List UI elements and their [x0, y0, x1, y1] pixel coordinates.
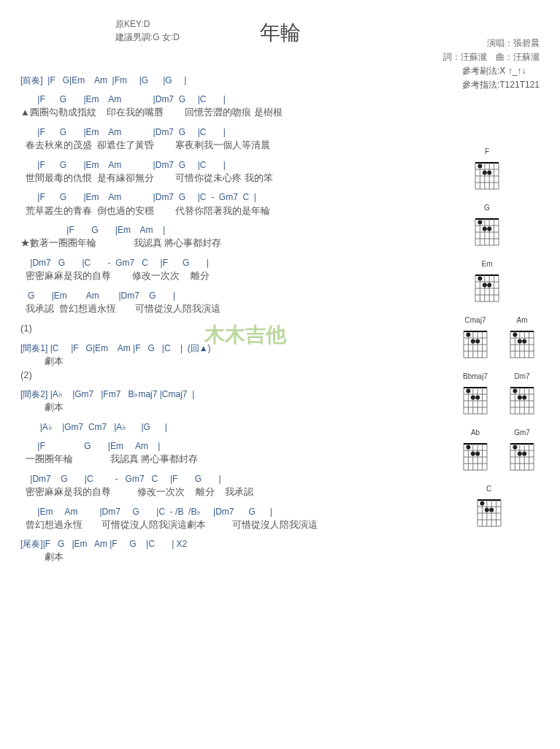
- svg-point-68: [518, 339, 522, 344]
- svg-point-11: [477, 164, 482, 169]
- svg-point-69: [522, 339, 526, 344]
- lyric-line: 曾幻想過永恆 可惜從沒人陪我演這劇本 可惜從沒人陪我演這: [20, 518, 437, 531]
- svg-point-125: [522, 452, 526, 456]
- svg-point-40: [483, 283, 487, 288]
- svg-point-39: [477, 277, 482, 281]
- lyric-line: ▲圓圈勾勒成指紋 印在我的嘴唇 回憶苦澀的吻痕 是樹根: [20, 106, 437, 119]
- chord-line: |F G |Em Am |: [20, 224, 437, 236]
- svg-point-13: [487, 171, 491, 175]
- chord-diagram-em: Em: [471, 260, 503, 306]
- chord-diagram-c: C: [473, 485, 505, 531]
- svg-point-96: [518, 396, 522, 400]
- lyric-line: 世間最毒的仇恨 是有緣卻無分 可惜你從未心疼 我的笨: [20, 172, 437, 185]
- lyric-line: 劇本: [20, 355, 437, 368]
- lyric-line: 我承認 曾幻想過永恆 可惜從沒人陪我演這: [20, 302, 437, 315]
- original-key: 原KEY:D: [115, 18, 180, 31]
- chord-diagram-bbmaj7: Bbmaj7: [459, 372, 491, 418]
- finger-pattern: 參考指法:T121T121: [462, 78, 540, 92]
- svg-point-111: [475, 452, 480, 456]
- chord-diagram-ab: Ab: [459, 429, 491, 475]
- svg-point-41: [487, 283, 491, 288]
- lyric-line: 密密麻麻是我的自尊 修改一次次 離分 我承認: [20, 485, 437, 499]
- chord-line: |F G |Em Am |Dm7 G |C |: [20, 159, 437, 171]
- svg-point-55: [475, 339, 480, 344]
- chord-line: |Dm7 G |C - Gm7 C |F G |: [20, 257, 437, 269]
- svg-point-12: [483, 171, 487, 175]
- svg-point-25: [477, 220, 482, 225]
- suggested-key: 建議男調:G 女:D: [115, 31, 180, 44]
- svg-point-138: [484, 508, 488, 512]
- reference-box: 參考刷法:X ↑_↑↓ 參考指法:T121T121: [462, 64, 540, 92]
- svg-point-27: [487, 227, 491, 231]
- chord-line: G |Em Am |Dm7 G |: [20, 290, 437, 301]
- lyric-line: (2): [20, 369, 437, 382]
- chord-diagrams: F G Em Cmaj7 Am Bbmaj7 Dm7 Ab Gm7 C: [437, 67, 540, 564]
- svg-point-83: [475, 396, 480, 400]
- svg-point-54: [471, 339, 475, 344]
- svg-point-97: [522, 396, 526, 400]
- strum-pattern: 參考刷法:X ↑_↑↓: [462, 64, 540, 78]
- lyricist-composer: 詞：汪蘇瀧 曲：汪蘇瀧: [443, 50, 540, 64]
- lyric-line: 春去秋來的茂盛 卻遮住了黃昏 寒夜剩我一個人等清晨: [20, 139, 437, 152]
- chord-line: |F G |Em Am |Dm7 G |C |: [20, 126, 437, 138]
- svg-point-26: [483, 227, 487, 231]
- svg-point-110: [471, 452, 475, 456]
- chord-line: [間奏2] |A♭ |Gm7 |Fm7 B♭maj7 |Cmaj7 |: [20, 388, 437, 400]
- lyric-line: 劇本: [20, 401, 437, 414]
- lyric-line: ★數著一圈圈年輪 我認真 將心事都封存: [20, 237, 437, 250]
- lyric-line: 荒草叢生的青春 倒也過的安穩 代替你陪著我的是年輪: [20, 204, 437, 218]
- lyric-line: 一圈圈年輪 我認真 將心事都封存: [20, 453, 437, 466]
- chord-diagram-g: G: [471, 204, 503, 250]
- key-info: 原KEY:D 建議男調:G 女:D: [115, 18, 180, 44]
- chord-diagram-f: F: [471, 147, 503, 193]
- svg-point-137: [480, 502, 484, 506]
- sheet-header: 原KEY:D 建議男調:G 女:D 年輪 演唱：張碧晨 詞：汪蘇瀧 曲：汪蘇瀧 …: [20, 18, 540, 47]
- chord-line: [尾奏]|F G |Em Am |F G |C | X2: [20, 538, 437, 550]
- chord-line: [間奏1] |C |F G|Em Am |F G |C | (回▲): [20, 342, 437, 354]
- chord-diagram-cmaj7: Cmaj7: [459, 316, 491, 362]
- chord-sheet: [前奏] |F G|Em Am |Fm |G |G | |F G |Em Am …: [20, 67, 437, 564]
- svg-point-81: [466, 389, 470, 393]
- svg-point-53: [466, 333, 470, 337]
- svg-point-123: [513, 445, 517, 450]
- chord-line: |F G |Em Am |: [20, 440, 437, 452]
- singer: 演唱：張碧晨: [443, 37, 540, 50]
- svg-point-124: [518, 452, 522, 456]
- chord-line: |A♭ |Gm7 Cm7 |A♭ |G |: [20, 421, 437, 433]
- lyric-line: 密密麻麻是我的自尊 修改一次次 離分: [20, 269, 437, 283]
- svg-point-139: [489, 508, 494, 512]
- chord-diagram-gm7: Gm7: [506, 429, 538, 475]
- chord-line: |F G |Em Am |Dm7 G |C - Gm7 C |: [20, 191, 437, 203]
- svg-point-95: [513, 389, 517, 393]
- chord-line: |Dm7 G |C - Gm7 C |F G |: [20, 473, 437, 485]
- chord-diagram-am: Am: [506, 316, 538, 362]
- chord-line: |F G |Em Am |Dm7 G |C |: [20, 93, 437, 105]
- credits: 演唱：張碧晨 詞：汪蘇瀧 曲：汪蘇瀧: [443, 37, 540, 64]
- chord-diagram-dm7: Dm7: [506, 372, 538, 418]
- svg-point-109: [466, 445, 470, 450]
- lyric-line: 劇本: [20, 550, 437, 564]
- svg-point-67: [513, 333, 517, 337]
- lyric-line: (1): [20, 322, 437, 335]
- chord-line: |Em Am |Dm7 G |C - /B /B♭ |Dm7 G |: [20, 506, 437, 518]
- body: [前奏] |F G|Em Am |Fm |G |G | |F G |Em Am …: [20, 67, 540, 564]
- chord-line: [前奏] |F G|Em Am |Fm |G |G |: [20, 74, 437, 86]
- svg-point-82: [471, 396, 475, 400]
